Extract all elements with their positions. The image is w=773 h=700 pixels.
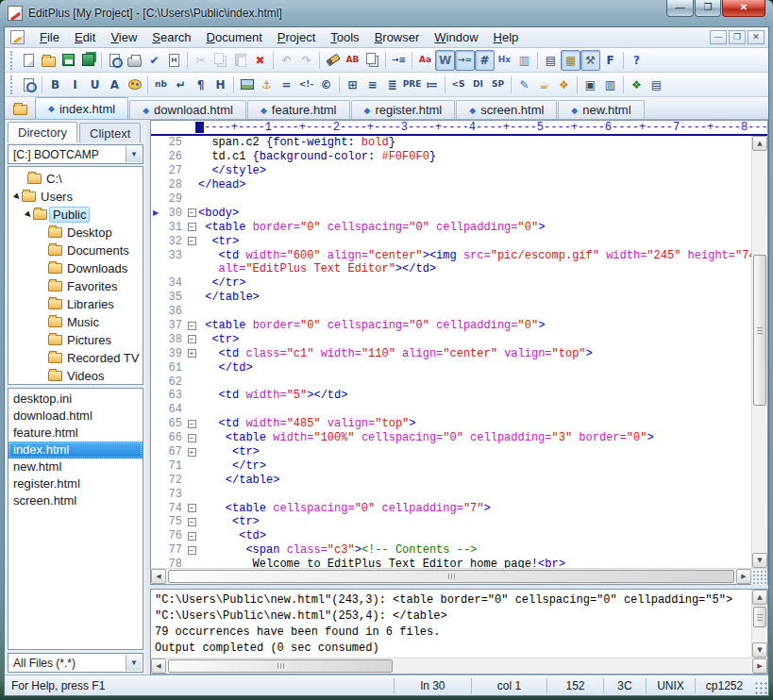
code-line[interactable]: 72 </table> [151,473,751,487]
mdi-close-button[interactable]: ✕ [748,30,765,44]
font-button[interactable]: A [105,75,125,95]
image-button[interactable] [237,75,257,95]
tab-download.html[interactable]: ◆download.html [129,100,246,119]
fold-open-icon[interactable]: − [188,434,196,442]
nonbreaking-space-button[interactable]: nb [151,75,171,95]
fold-column[interactable]: − [185,223,198,231]
delete-button[interactable]: ✖ [250,50,270,71]
print-preview-button[interactable] [105,50,125,71]
menu-view[interactable]: View [103,28,144,46]
code-line[interactable]: 75− <tr> [151,515,751,529]
menu-file[interactable]: File [32,28,67,46]
replace-button[interactable]: AB [343,50,362,71]
toolbar-grip[interactable] [10,75,15,94]
fold-column[interactable]: − [185,518,198,526]
code-line[interactable]: 65− <td width="485" valign="top"> [151,417,751,431]
align-left-button[interactable]: ≡ [362,75,382,95]
scroll-left-icon[interactable]: ◀ [151,658,166,674]
table-button[interactable]: ⊞ [343,75,362,95]
file-item-new.html[interactable]: new.html [8,458,143,475]
word-wrap-button[interactable]: W [435,50,455,71]
code-line[interactable]: 34 </tr> [151,276,751,291]
fold-column[interactable]: − [185,504,198,512]
menu-search[interactable]: Search [144,28,198,46]
output-horizontal-scrollbar[interactable]: ◀ ▶ [151,658,767,674]
code-line[interactable]: 38− <tr> [151,332,751,346]
pre-button[interactable]: PRE [402,75,422,95]
fold-open-icon[interactable]: − [188,237,196,245]
code-line[interactable]: 62 [151,375,751,389]
tab-screen.html[interactable]: ◆screen.html [456,100,557,119]
spell-check-button[interactable]: ✔ [144,50,164,71]
file-item-feature.html[interactable]: feature.html [8,425,143,442]
scroll-up-icon[interactable]: ▲ [752,590,767,605]
fold-open-icon[interactable]: − [188,518,196,526]
code-line[interactable]: 67+ <tr> [151,445,751,459]
split-view-button[interactable]: ▤ [647,75,666,95]
scroll-right-icon[interactable]: ▶ [752,658,767,674]
find-button[interactable] [323,50,343,71]
file-filter-selector[interactable]: All Files (*.*) ▼ [8,653,143,673]
comment-button[interactable]: <!- [296,75,316,95]
bold-button[interactable]: B [45,75,65,95]
edit-cliptext-button[interactable]: ✎ [514,75,534,95]
fold-column[interactable]: − [185,546,198,555]
code-line[interactable]: 39+ <td class="c1" width="110" align="ce… [151,346,751,360]
code-line[interactable]: 29 [151,192,751,207]
fold-column[interactable]: − [185,208,198,217]
context-help-button[interactable]: ? [627,50,647,71]
paste-button[interactable] [230,50,250,71]
save-button[interactable] [59,50,78,71]
underline-button[interactable]: U [85,75,105,95]
file-item-screen.html[interactable]: screen.html [8,492,143,509]
fold-column[interactable]: − [185,532,198,541]
strikeout-button[interactable]: <S [448,75,468,95]
editor-vscroll-thumb[interactable] [753,255,766,406]
editor-vertical-scrollbar[interactable]: ▲ ▼ [751,136,767,568]
scroll-left-icon[interactable]: ◀ [151,569,166,584]
menu-tools[interactable]: Tools [323,28,366,46]
cut-button[interactable]: ✂ [191,50,210,71]
menu-edit[interactable]: Edit [67,28,103,46]
output-text[interactable]: "C:\Users\Public\new.html"(243,3): <tabl… [151,590,767,658]
project-folder-button[interactable] [8,99,31,118]
file-item-register.html[interactable]: register.html [8,475,143,492]
char-case-button[interactable]: Aa [415,50,435,71]
tree-item-libraries[interactable]: Libraries [8,295,143,313]
code-line[interactable]: 28</head> [151,178,751,192]
cliptext-window-button[interactable]: ⚒ [580,50,600,71]
tab-feature.html[interactable]: ◆feature.html [247,100,350,119]
mdi-minimize-button[interactable]: — [710,30,727,44]
fold-column[interactable]: − [185,322,198,330]
fold-column[interactable]: − [185,335,198,343]
fold-open-icon[interactable]: − [188,532,196,541]
editor-hscroll-thumb[interactable] [168,570,734,583]
div-button[interactable]: DI [468,75,488,95]
code-line[interactable]: 33 <td width="600" align="center"><img s… [151,248,751,262]
chevron-down-icon[interactable]: ▼ [126,655,142,671]
code-line[interactable]: 63 <td width="5"></td> [151,389,751,403]
code-line[interactable]: 31− <table border="0" cellspacing="0" ce… [151,220,751,234]
undo-button[interactable]: ↶ [277,50,296,71]
paragraph-button[interactable]: ¶ [191,75,210,95]
tree-item-recordedtv[interactable]: Recorded TV [8,349,143,367]
tree-item-documents[interactable]: Documents [8,242,143,259]
window-list-button[interactable]: ❖ [627,75,647,95]
line-break-button[interactable]: ↵ [171,75,191,95]
code-line[interactable]: 77− <span class="c3"><!-- Contents --> [151,543,751,558]
fold-closed-icon[interactable]: + [188,349,196,358]
fold-column[interactable]: − [185,434,198,442]
code-line[interactable]: 36 [151,305,751,319]
tab-register.html[interactable]: ◆register.html [351,100,456,119]
fold-open-icon[interactable]: − [188,335,196,343]
split-window-button[interactable]: ▥ [600,75,620,95]
new-window-button[interactable]: ▣ [580,75,600,95]
fold-open-icon[interactable]: − [188,546,196,555]
tree-item-music[interactable]: Music [8,313,143,331]
line-number-button[interactable]: # [475,50,495,71]
fold-column[interactable]: − [185,420,198,428]
new-document-button[interactable] [19,50,39,71]
find-in-files-button[interactable] [362,50,382,71]
output-vscroll-thumb[interactable] [753,607,766,627]
text-color-button[interactable] [125,75,144,95]
